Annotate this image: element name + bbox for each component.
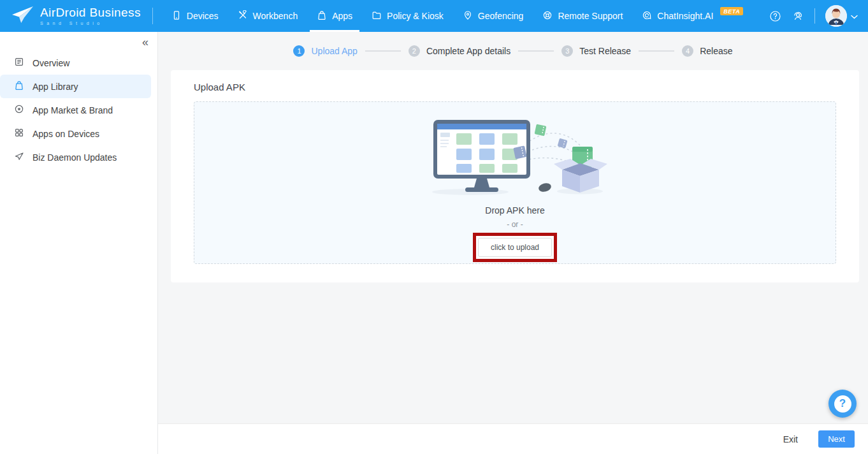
- airdroid-plane-icon: [10, 5, 34, 27]
- nav-item-chatinsight[interactable]: ChatInsight.AI BETA: [632, 0, 753, 32]
- help-icon[interactable]: [769, 10, 781, 22]
- nav-item-label: Workbench: [253, 11, 298, 21]
- nav-item-apps[interactable]: Apps: [307, 0, 362, 32]
- chat-insight-icon: [642, 10, 652, 22]
- nav-item-workbench[interactable]: Workbench: [228, 0, 308, 32]
- step-label: Release: [700, 46, 732, 56]
- sidebar-item-biz-daemon-updates[interactable]: Biz Daemon Updates: [0, 145, 151, 169]
- location-pin-icon: [463, 10, 473, 22]
- click-to-upload-button[interactable]: click to upload: [478, 238, 552, 257]
- chevron-down-icon: [851, 10, 858, 22]
- sidebar-item-overview[interactable]: Overview: [0, 51, 151, 75]
- next-button[interactable]: Next: [818, 430, 855, 448]
- sidebar-item-label: Overview: [33, 58, 69, 68]
- user-menu[interactable]: [825, 5, 858, 27]
- sidebar: « Overview App Library App Market & Bran…: [0, 32, 158, 454]
- paper-plane-icon: [14, 151, 24, 163]
- step-number: 4: [682, 45, 693, 57]
- sidebar-collapse-icon[interactable]: «: [142, 36, 148, 49]
- brand-title: AirDroid Business: [40, 6, 141, 18]
- sidebar-items: Overview App Library App Market & Brand …: [0, 32, 157, 169]
- overview-doc-icon: [14, 57, 24, 69]
- support-agent-icon[interactable]: [792, 10, 804, 22]
- content-row: « Overview App Library App Market & Bran…: [0, 32, 868, 454]
- sidebar-item-label: App Market & Brand: [33, 105, 113, 115]
- help-fab-button[interactable]: ?: [828, 390, 857, 418]
- nav-item-label: Devices: [187, 11, 219, 21]
- red-highlight-annotation: click to upload: [473, 233, 557, 262]
- sidebar-item-label: App Library: [33, 82, 78, 92]
- step-release: 4 Release: [682, 45, 732, 57]
- avatar: [825, 5, 847, 27]
- nav-item-label: Policy & Kiosk: [387, 11, 444, 21]
- folder-icon: [372, 10, 382, 22]
- workbench-tools-icon: [238, 10, 248, 22]
- nav-item-remote-support[interactable]: Remote Support: [533, 0, 632, 32]
- question-mark-icon: ?: [834, 395, 851, 413]
- step-number: 3: [561, 45, 573, 57]
- market-star-circle-icon: [14, 104, 24, 116]
- step-connector: [518, 50, 554, 52]
- upload-stepper: 1 Upload App 2 Complete App details 3 Te…: [158, 32, 868, 70]
- beta-badge: BETA: [720, 7, 743, 15]
- top-navigation-bar: AirDroid Business Sand Studio Devices Wo…: [0, 0, 868, 32]
- step-number: 1: [293, 45, 305, 57]
- nav-item-label: Apps: [332, 11, 352, 21]
- step-number: 2: [409, 45, 420, 57]
- nav-logo-divider: [152, 8, 153, 24]
- apk-dropzone[interactable]: Drop APK here - or - click to upload: [194, 101, 836, 264]
- sidebar-item-app-market-brand[interactable]: App Market & Brand: [0, 98, 151, 122]
- brand-logo[interactable]: AirDroid Business Sand Studio: [10, 5, 141, 27]
- nav-item-label: ChatInsight.AI: [657, 11, 713, 21]
- card-title: Upload APK: [194, 82, 836, 92]
- step-test-release: 3 Test Release: [561, 45, 631, 57]
- step-connector: [365, 50, 401, 52]
- step-label: Complete App details: [426, 46, 510, 56]
- nav-item-geofencing[interactable]: Geofencing: [453, 0, 533, 32]
- brand-text: AirDroid Business Sand Studio: [40, 6, 141, 26]
- app-library-bag-icon: [14, 80, 24, 92]
- or-text: - or -: [507, 220, 523, 229]
- step-label: Test Release: [579, 46, 631, 56]
- nav-right-group: [769, 5, 858, 27]
- device-icon: [171, 10, 182, 22]
- apps-bag-icon: [317, 10, 327, 22]
- drop-apk-text: Drop APK here: [485, 205, 544, 216]
- step-upload-app: 1 Upload App: [293, 45, 357, 57]
- upload-apk-card: Upload APK: [171, 70, 859, 282]
- sidebar-item-apps-on-devices[interactable]: Apps on Devices: [0, 122, 151, 145]
- airdroid-business-console: AirDroid Business Sand Studio Devices Wo…: [0, 0, 868, 454]
- step-connector: [639, 50, 674, 52]
- nav-item-label: Geofencing: [478, 11, 524, 21]
- sidebar-item-label: Apps on Devices: [33, 129, 99, 139]
- upload-illustration: [419, 116, 611, 200]
- nav-item-policy-kiosk[interactable]: Policy & Kiosk: [362, 0, 453, 32]
- sidebar-item-app-library[interactable]: App Library: [0, 75, 151, 98]
- step-complete-app-details: 2 Complete App details: [409, 45, 510, 57]
- step-label: Upload App: [311, 46, 357, 56]
- brand-subtitle: Sand Studio: [40, 21, 141, 26]
- nav-item-label: Remote Support: [558, 11, 623, 21]
- main-area: 1 Upload App 2 Complete App details 3 Te…: [158, 32, 868, 454]
- lifebuoy-icon: [542, 10, 553, 22]
- exit-button[interactable]: Exit: [783, 434, 798, 444]
- sidebar-item-label: Biz Daemon Updates: [33, 152, 117, 163]
- nav-item-devices[interactable]: Devices: [162, 0, 228, 32]
- footer-bar: Exit Next: [158, 423, 868, 454]
- primary-nav: Devices Workbench Apps Policy & Kiosk Ge…: [162, 0, 753, 32]
- main-spacer: [158, 282, 868, 423]
- nav-right-divider: [814, 8, 815, 24]
- grid-squares-icon: [14, 128, 24, 140]
